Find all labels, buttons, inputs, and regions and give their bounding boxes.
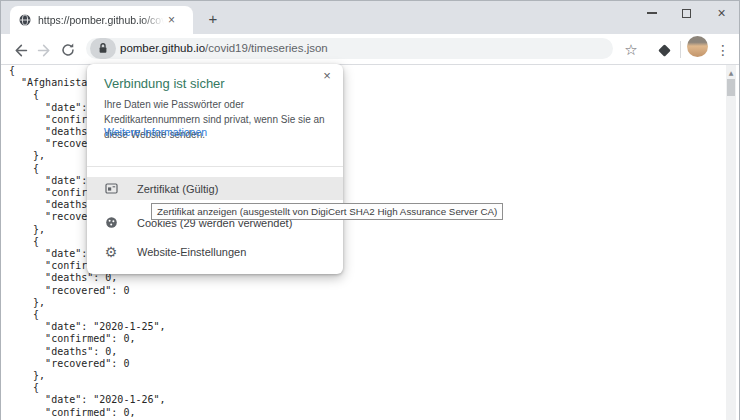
extension-button[interactable] (653, 39, 675, 61)
maximize-icon (682, 9, 691, 18)
menu-item-label: Website-Einstellungen (137, 246, 246, 258)
site-info-popup: × Verbindung ist sicher Ihre Daten wie P… (87, 64, 343, 274)
reload-button[interactable] (57, 39, 79, 61)
menu-item-certificate[interactable]: Zertifikat (Gültig) (87, 177, 343, 200)
scrollbar[interactable]: ▲ (726, 65, 736, 420)
titlebar: https://pomber.github.io/covid1 × + × (1, 1, 739, 34)
maximize-button[interactable] (669, 1, 704, 25)
scroll-up-icon[interactable]: ▲ (726, 65, 736, 76)
tab-title: https://pomber.github.io/covid1 (38, 14, 164, 26)
popup-close-button[interactable]: × (319, 68, 335, 84)
url-text[interactable]: pomber.github.io/covid19/timeseries.json (120, 38, 328, 59)
globe-favicon-icon (19, 14, 31, 26)
learn-more-link[interactable]: Weitere Informationen (104, 126, 207, 138)
site-info-button[interactable] (90, 38, 116, 59)
forward-arrow-icon (36, 42, 53, 59)
lock-icon (98, 42, 108, 55)
menu-item-label: Zertifikat (Gültig) (137, 183, 218, 195)
minimize-button[interactable] (634, 1, 669, 25)
back-button[interactable] (9, 39, 31, 61)
window-controls: × (634, 1, 739, 25)
close-window-button[interactable]: × (704, 1, 739, 25)
popup-divider (87, 166, 343, 167)
reload-icon (60, 42, 76, 58)
cookie-icon (105, 216, 118, 229)
toolbar-divider (680, 41, 681, 58)
close-icon: × (717, 8, 725, 18)
menu-button[interactable]: ⋮ (712, 39, 734, 61)
browser-window: https://pomber.github.io/covid1 × + × (0, 0, 740, 420)
connection-secure-title: Verbindung ist sicher (104, 76, 225, 91)
address-bar[interactable]: pomber.github.io/covid19/timeseries.json (86, 38, 613, 59)
minimize-icon (647, 12, 657, 13)
extension-diamond-icon (658, 44, 671, 57)
scrollbar-thumb[interactable] (727, 79, 735, 96)
browser-toolbar: pomber.github.io/covid19/timeseries.json… (1, 34, 739, 65)
forward-button[interactable] (33, 39, 55, 61)
url-domain: pomber.github.io (120, 42, 205, 54)
new-tab-button[interactable]: + (204, 10, 222, 28)
three-dot-menu-icon: ⋮ (716, 42, 730, 58)
url-path: /covid19/timeseries.json (205, 42, 328, 54)
browser-tab[interactable]: https://pomber.github.io/covid1 × (10, 6, 193, 34)
back-arrow-icon (12, 42, 29, 59)
profile-avatar[interactable] (687, 36, 708, 57)
bookmark-button[interactable]: ☆ (620, 39, 642, 61)
gear-icon: ⚙ (105, 245, 118, 259)
certificate-icon (105, 182, 118, 195)
tab-close-icon[interactable]: × (164, 13, 179, 28)
menu-item-site-settings[interactable]: ⚙ Website-Einstellungen (87, 240, 343, 263)
star-icon: ☆ (624, 41, 637, 59)
certificate-tooltip: Zertifikat anzeigen (ausgestellt von Dig… (151, 203, 503, 220)
